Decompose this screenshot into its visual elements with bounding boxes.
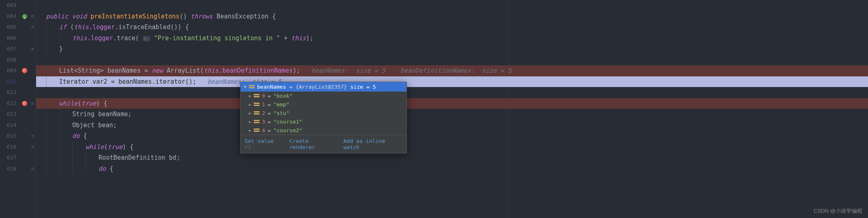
line-number[interactable]: 609 (0, 65, 16, 76)
variable-icon (254, 94, 259, 98)
chevron-right-icon[interactable]: ▶ (249, 111, 251, 115)
gutter-icons (20, 0, 30, 218)
debug-value-popup: ▼ beanNames = {ArrayList@2357} size = 5 … (240, 82, 407, 154)
variable-icon (254, 129, 259, 133)
popup-item[interactable]: ▶ 2 = "stu" (241, 109, 406, 117)
fold-column: ⊟ ⊟ ⊞ ⊟ ⊟ ⊟ ⊟ (30, 0, 36, 218)
inlay-hint: beanNames: size = 5 (311, 67, 386, 74)
code-editor: 603 604 605 606 607 608 609 610 611 612 … (0, 0, 868, 218)
popup-footer: Set value F2 Create renderer Add as inli… (241, 135, 406, 153)
add-inline-watch-action[interactable]: Add as inline watch (343, 138, 402, 150)
breakpoint-icon[interactable] (22, 101, 28, 106)
code-line[interactable]: this.logger.trace( o: "Pre-instantiating… (36, 33, 868, 44)
code-line[interactable]: Object bean; (36, 120, 868, 131)
watermark: CSDN @小涂学编程 (813, 207, 862, 215)
code-line-breakpoint[interactable]: while(true) { (36, 98, 868, 109)
inlay-hint: beanDefinitionNames: size = 5 (400, 67, 512, 74)
create-renderer-action[interactable]: Create renderer (289, 138, 336, 150)
set-value-action[interactable]: Set value F2 (245, 138, 282, 150)
line-number[interactable]: 606 (0, 33, 16, 44)
line-number[interactable]: 611 (0, 87, 16, 98)
code-line[interactable]: } (36, 44, 868, 55)
chevron-right-icon[interactable]: ▶ (249, 102, 251, 107)
override-marker-icon[interactable] (22, 14, 27, 19)
line-number[interactable]: 610 (0, 76, 16, 87)
fold-expand-icon[interactable]: ⊞ (31, 44, 34, 55)
code-line[interactable]: do { (36, 163, 868, 174)
code-line[interactable]: RootBeanDefinition bd; (36, 152, 868, 163)
line-number[interactable]: 616 (0, 142, 16, 153)
fold-collapse-icon[interactable]: ⊟ (31, 142, 34, 153)
popup-item[interactable]: ▶ 3 = "course1" (241, 117, 406, 126)
fold-collapse-icon[interactable]: ⊟ (31, 98, 34, 109)
line-number[interactable]: 603 (0, 0, 16, 11)
line-number[interactable]: 614 (0, 120, 16, 131)
breakpoint-icon[interactable] (22, 68, 28, 73)
chevron-right-icon[interactable]: ▶ (249, 128, 251, 133)
fold-collapse-icon[interactable]: ⊟ (31, 163, 34, 174)
gutter: 603 604 605 606 607 608 609 610 611 612 … (0, 0, 36, 218)
line-number[interactable]: 613 (0, 109, 16, 120)
line-number[interactable]: 608 (0, 55, 16, 66)
code-line[interactable]: if (this.logger.isTraceEnabled()) { (36, 22, 868, 33)
line-number[interactable]: 615 (0, 131, 16, 142)
popup-item[interactable]: ▶ 0 = "book" (241, 92, 406, 100)
parameter-hint: o: (143, 36, 150, 41)
popup-item[interactable]: ▶ 4 = "course2" (241, 126, 406, 135)
variable-icon (254, 120, 259, 124)
variable-icon (254, 111, 259, 115)
chevron-down-icon[interactable]: ▼ (244, 85, 246, 89)
fold-collapse-icon[interactable]: ⊟ (31, 11, 34, 22)
code-line[interactable]: public void preInstantiateSingletons() t… (36, 11, 868, 22)
code-line-current[interactable]: Iterator var2 = beanNames.iterator(); be… (36, 76, 868, 87)
variable-icon (254, 103, 259, 107)
line-number[interactable]: 618 (0, 163, 16, 174)
line-number[interactable]: 612 (0, 98, 16, 109)
line-number[interactable]: 604 (0, 11, 16, 22)
fold-collapse-icon[interactable]: ⊟ (31, 22, 34, 33)
code-line-breakpoint[interactable]: List<String> beanNames = new ArrayList(t… (36, 65, 868, 76)
code-line[interactable]: do { (36, 131, 868, 142)
code-line[interactable]: String beanName; (36, 109, 868, 120)
popup-item[interactable]: ▶ 1 = "emp" (241, 100, 406, 109)
popup-header[interactable]: ▼ beanNames = {ArrayList@2357} size = 5 (241, 82, 406, 92)
fold-collapse-icon[interactable]: ⊟ (31, 131, 34, 142)
chevron-right-icon[interactable]: ▶ (249, 119, 251, 124)
code-line[interactable] (36, 87, 868, 98)
variable-icon (249, 85, 255, 89)
code-line[interactable] (36, 55, 868, 66)
chevron-right-icon[interactable]: ▶ (249, 94, 251, 98)
code-area[interactable]: public void preInstantiateSingletons() t… (36, 0, 868, 218)
line-number[interactable]: 605 (0, 22, 16, 33)
line-number[interactable]: 617 (0, 152, 16, 163)
code-line[interactable] (36, 0, 868, 11)
code-line[interactable]: while(true) { (36, 142, 868, 153)
line-numbers: 603 604 605 606 607 608 609 610 611 612 … (0, 0, 20, 218)
line-number[interactable]: 607 (0, 44, 16, 55)
